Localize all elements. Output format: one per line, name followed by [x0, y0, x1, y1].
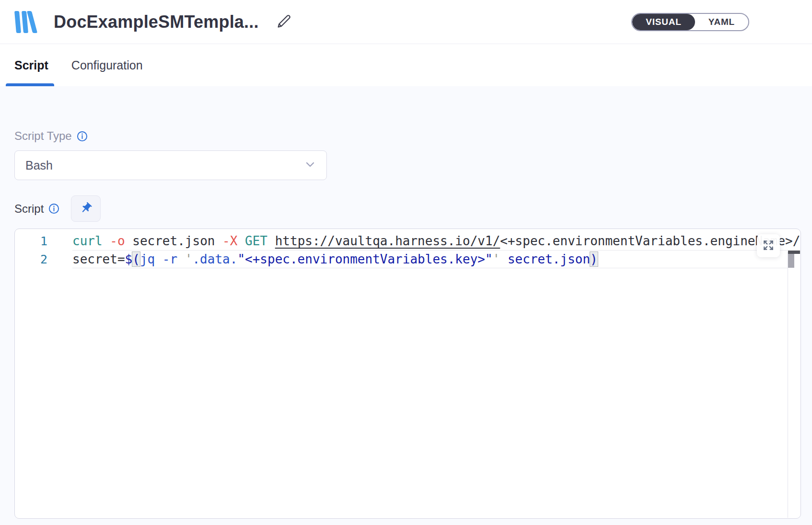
- chevron-down-icon: [304, 159, 316, 172]
- overview-ruler-cursor-marker: [788, 251, 800, 254]
- toggle-yaml[interactable]: YAML: [695, 14, 748, 30]
- code-token: curl: [72, 234, 103, 248]
- code-token: https://vaultqa.harness.io/v1/: [275, 234, 500, 248]
- header: DocExampleSMTempla... VISUAL YAML: [0, 0, 812, 44]
- code-line[interactable]: 1curl -o secret.json -X GET https://vaul…: [15, 232, 800, 250]
- script-panel: Script Type Bash Script: [0, 86, 812, 525]
- pin-script-button[interactable]: [71, 195, 101, 222]
- expand-fullscreen-icon: [762, 239, 775, 253]
- code-token: secret=: [72, 252, 125, 266]
- line-number: 2: [15, 252, 47, 266]
- toggle-visual[interactable]: VISUAL: [632, 14, 695, 30]
- expand-editor-button[interactable]: [757, 234, 780, 257]
- code-token: secret.json: [125, 234, 223, 248]
- script-type-select[interactable]: Bash: [14, 150, 327, 180]
- code-token: secret.json: [500, 252, 590, 266]
- script-type-label: Script Type: [14, 129, 72, 143]
- script-editor[interactable]: 1curl -o secret.json -X GET https://vaul…: [14, 228, 801, 519]
- tab-bar: Script Configuration: [0, 44, 812, 86]
- tab-script[interactable]: Script: [14, 44, 48, 86]
- pushpin-icon: [80, 202, 93, 216]
- code-rows: 1curl -o secret.json -X GET https://vaul…: [15, 229, 800, 268]
- code-token: ': [185, 252, 193, 266]
- code-token: -X: [222, 234, 237, 248]
- code-token: <+spec.environmentVariables.engineName>/: [500, 234, 800, 248]
- line-number: 1: [15, 234, 47, 248]
- scrollbar-track: [788, 252, 788, 518]
- tab-configuration[interactable]: Configuration: [71, 44, 143, 86]
- info-circle-icon[interactable]: [48, 203, 59, 214]
- code-token: jq -r: [140, 252, 185, 266]
- code-token: ): [590, 252, 598, 266]
- pencil-icon: [275, 12, 293, 32]
- script-type-value: Bash: [25, 159, 53, 172]
- mode-toggle: VISUAL YAML: [631, 13, 749, 31]
- edit-title-button[interactable]: [275, 12, 293, 32]
- code-token: [103, 234, 110, 248]
- code-token: [267, 234, 275, 248]
- script-label: Script: [14, 202, 44, 216]
- scrollbar-thumb[interactable]: [788, 254, 794, 268]
- code-token: [237, 234, 245, 248]
- code-token: GET: [245, 234, 267, 248]
- template-title: DocExampleSMTempla...: [54, 12, 259, 32]
- code-token: (: [132, 252, 140, 266]
- code-token: "<+spec.environmentVariables.key>": [237, 252, 492, 266]
- code-line[interactable]: 2secret=$(jq -r '.data."<+spec.environme…: [15, 250, 800, 268]
- template-step-page: DocExampleSMTempla... VISUAL YAML Script…: [0, 0, 812, 525]
- template-library-icon: [14, 10, 39, 34]
- code-text: secret=$(jq -r '.data."<+spec.environmen…: [72, 250, 598, 268]
- info-circle-icon[interactable]: [77, 131, 88, 142]
- code-token: $: [125, 252, 133, 266]
- code-token: -o: [110, 234, 125, 248]
- code-token: .data.: [192, 252, 237, 266]
- code-token: ': [493, 252, 500, 266]
- code-text: curl -o secret.json -X GET https://vault…: [72, 232, 800, 250]
